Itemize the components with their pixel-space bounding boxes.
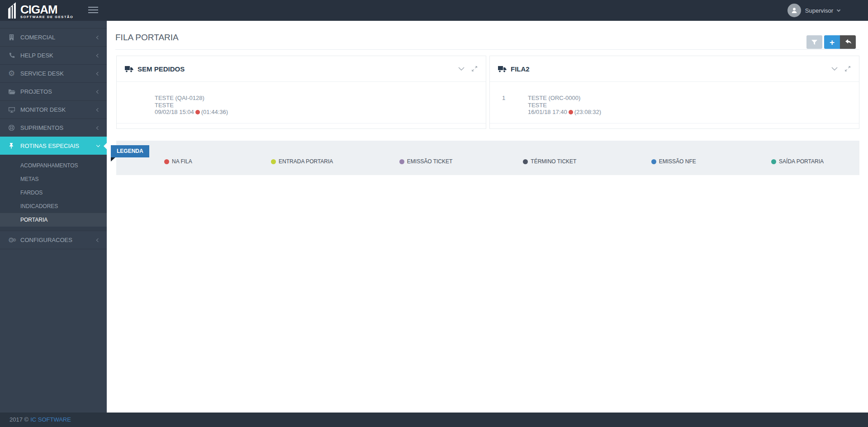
expand-panel-icon[interactable] (471, 66, 478, 72)
chevron-left-icon (96, 108, 100, 111)
expand-panel-icon[interactable] (844, 66, 851, 72)
truck-icon (125, 66, 133, 72)
ribbon-fold-corner (111, 157, 115, 161)
logo-subtitle: SOFTWARE DE GESTÃO (20, 15, 74, 19)
chevron-down-icon (96, 143, 100, 147)
page-footer: 2017 ©IC SOFTWARE (0, 413, 868, 427)
status-dot (569, 110, 573, 114)
order-name: TESTE (155, 102, 228, 109)
legend-ribbon: LEGENDA (111, 145, 149, 157)
legend-item-emissao-nfe: EMISSÃO NFE (612, 158, 735, 165)
user-icon (791, 7, 798, 14)
chevron-left-icon (96, 71, 100, 75)
elapsed-time: (01:44:36) (201, 109, 228, 115)
legend-item-entrada-portaria: ENTRADA PORTARIA (240, 158, 364, 165)
sidebar-item-portaria[interactable]: PORTARIA (0, 213, 107, 227)
gears-icon: ⚙⚙ (8, 237, 20, 243)
rotinas-especiais-submenu: ACOMPANHAMENTOS METAS FARDOS INDICADORES… (0, 155, 107, 231)
chevron-left-icon (96, 53, 100, 57)
chevron-down-icon (837, 8, 840, 11)
status-dot (195, 110, 200, 114)
legend-item-saida-portaria: SAÍDA PORTARIA (735, 158, 859, 165)
folder-icon (8, 88, 20, 95)
sidebar-item-label: PROJETOS (20, 88, 97, 95)
queue-panels: SEM PEDIDOS TESTE (QAI-0128) TESTE 09/02… (116, 56, 859, 129)
gear-icon: ⚙ (8, 70, 20, 77)
sidebar-item-fardos[interactable]: FARDOS (0, 186, 107, 199)
cigam-logo-icon (6, 2, 18, 20)
chevron-left-icon (96, 238, 100, 242)
queue-row[interactable]: TESTE (QAI-0128) TESTE 09/02/18 15:04(01… (117, 82, 486, 123)
order-reference: TESTE (ORC-0000) (528, 95, 601, 102)
phone-icon (8, 52, 20, 59)
logo-title: CIGAM (20, 4, 74, 15)
order-datetime-row: 16/01/18 17:40(23:08:32) (528, 109, 601, 116)
order-reference: TESTE (QAI-0128) (155, 95, 228, 102)
legend-dot (271, 159, 276, 164)
chevron-left-icon (96, 126, 100, 129)
main-content: FILA PORTARIA + SEM PEDIDOS (107, 21, 868, 413)
sidebar-item-label: COMERCIAL (20, 34, 97, 41)
sidebar: COMERCIAL HELP DESK ⚙ SERVICE DESK PROJE… (0, 21, 107, 413)
pin-icon (8, 142, 20, 149)
panel-title: SEM PEDIDOS (138, 65, 185, 73)
top-header-bar: CIGAM SOFTWARE DE GESTÃO Supervisor (0, 0, 868, 21)
legend-dot (164, 159, 169, 164)
user-avatar (787, 4, 801, 17)
sidebar-item-label: HELP DESK (20, 52, 97, 59)
undo-arrow-icon (844, 39, 852, 45)
copyright-text: 2017 © (9, 416, 28, 423)
life-ring-icon (8, 124, 20, 131)
panel-header: SEM PEDIDOS (117, 56, 486, 82)
back-button[interactable] (840, 35, 856, 49)
sidebar-item-comercial[interactable]: COMERCIAL (0, 28, 107, 46)
legend-dot (523, 159, 528, 164)
sidebar-item-indicadores[interactable]: INDICADORES (0, 199, 107, 213)
legend-dot (399, 159, 404, 164)
order-datetime-row: 09/02/18 15:04(01:44:36) (155, 109, 228, 116)
legend-item-termino-ticket: TÉRMINO TICKET (488, 158, 612, 165)
legend-dot (771, 159, 776, 164)
page-toolbar: + (806, 35, 856, 49)
header-divider (115, 49, 859, 50)
active-item-arrow (104, 143, 107, 149)
sidebar-menu: COMERCIAL HELP DESK ⚙ SERVICE DESK PROJE… (0, 28, 107, 249)
sidebar-item-label: SUPRIMENTOS (20, 124, 97, 131)
sidebar-item-label: CONFIGURACOES (20, 237, 97, 243)
sidebar-item-metas[interactable]: METAS (0, 172, 107, 186)
sidebar-item-label: SERVICE DESK (20, 70, 97, 77)
legend-bar: LEGENDA NA FILA ENTRADA PORTARIA EMISSÃO… (116, 141, 859, 175)
chevron-left-icon (96, 35, 100, 39)
panel-fila2: FILA2 1 TESTE (ORC-0000) TESTE 16/01/18 … (489, 56, 859, 129)
sidebar-item-monitor-desk[interactable]: MONITOR DESK (0, 100, 107, 119)
sidebar-item-rotinas-especiais[interactable]: ROTINAS ESPECIAIS (0, 137, 107, 155)
queue-position: 1 (499, 95, 528, 101)
queue-row[interactable]: 1 TESTE (ORC-0000) TESTE 16/01/18 17:40(… (490, 82, 859, 123)
plus-icon: + (830, 38, 835, 47)
sidebar-item-configuracoes[interactable]: ⚙⚙ CONFIGURACOES (0, 231, 107, 249)
filter-button[interactable] (806, 35, 822, 49)
order-name: TESTE (528, 102, 601, 109)
sidebar-item-label: ROTINAS ESPECIAIS (20, 142, 97, 149)
sidebar-item-suprimentos[interactable]: SUPRIMENTOS (0, 119, 107, 137)
collapse-panel-icon[interactable] (831, 67, 838, 71)
panel-sem-pedidos: SEM PEDIDOS TESTE (QAI-0128) TESTE 09/02… (116, 56, 486, 129)
sidebar-item-acompanhamentos[interactable]: ACOMPANHAMENTOS (0, 159, 107, 172)
sidebar-item-help-desk[interactable]: HELP DESK (0, 46, 107, 64)
collapse-panel-icon[interactable] (458, 67, 465, 71)
ic-software-link[interactable]: IC SOFTWARE (30, 416, 71, 423)
hamburger-menu-icon[interactable] (88, 7, 98, 14)
sidebar-item-projetos[interactable]: PROJETOS (0, 82, 107, 100)
add-button[interactable]: + (824, 35, 840, 49)
page-header: FILA PORTARIA + (107, 21, 868, 50)
sidebar-item-service-desk[interactable]: ⚙ SERVICE DESK (0, 64, 107, 82)
panel-title: FILA2 (511, 65, 530, 73)
truck-icon (498, 66, 507, 72)
elapsed-time: (23:08:32) (574, 109, 601, 115)
sidebar-item-label: MONITOR DESK (20, 106, 97, 113)
username-label: Supervisor (805, 7, 833, 14)
user-menu[interactable]: Supervisor (787, 0, 840, 21)
building-icon (8, 34, 20, 41)
panel-header: FILA2 (490, 56, 859, 82)
legend-item-na-fila: NA FILA (116, 158, 240, 165)
